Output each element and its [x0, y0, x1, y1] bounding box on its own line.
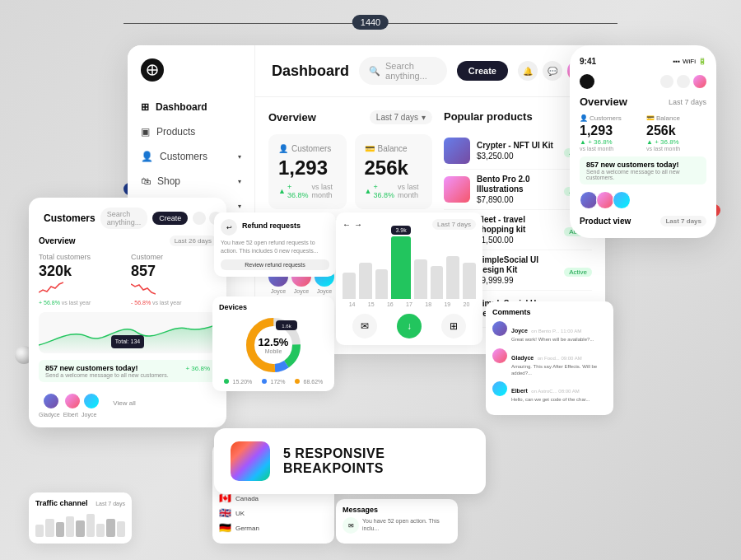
- avatar-name: Joyce: [317, 288, 332, 294]
- date-filter[interactable]: Last 7 days ▾: [370, 110, 432, 124]
- desktop-pct: 15.20%: [233, 379, 253, 385]
- mobile-banner-title: 857 new customers today!: [586, 161, 700, 169]
- overview-header: Overview Last 7 days ▾: [268, 110, 432, 124]
- avatar-name: Joyce: [271, 288, 286, 294]
- devices-card: Devices 1.6k 12.5% Mobile 15.20% 172% 68…: [212, 296, 334, 391]
- banner-title: 857 new customers today!: [45, 364, 138, 372]
- customers-create-btn[interactable]: Create: [152, 212, 188, 225]
- mobile-balance-change: ▲ + 36.8%: [646, 138, 706, 146]
- traffic-filter: Last 7 days: [96, 501, 125, 506]
- comment-text: Hello, can we get code of the char...: [511, 397, 607, 404]
- comment-item: Elbert on AstroC... 08:00 AM Hello, can …: [492, 381, 607, 404]
- chart-bars: 3.9k: [343, 233, 476, 299]
- comment-text: Great work! When will be available?...: [511, 337, 607, 343]
- avatar-group: Gladyce Elbert Joyce: [39, 392, 96, 418]
- highlight-bar: [391, 236, 410, 299]
- product-name: SimpleSocial UI Design Kit: [477, 255, 557, 275]
- gb-flag: 🇬🇧: [219, 507, 231, 519]
- donut-center: 12.5% Mobile: [245, 316, 302, 374]
- comment-text: Amazing. This say After Effects. Will be…: [511, 364, 607, 377]
- view-all-link[interactable]: View all: [113, 399, 135, 407]
- product-info: Crypter - NFT UI Kit $3,250.00: [477, 141, 557, 161]
- chart-next-btn[interactable]: →: [354, 220, 362, 229]
- products-icon: ▣: [141, 126, 150, 138]
- product-info: SimpleSocial UI Design Kit $9,999.99: [477, 255, 557, 285]
- chat-icon[interactable]: 💬: [543, 61, 562, 81]
- filter-label: Last 7 days: [376, 113, 418, 122]
- country-name: Canada: [235, 495, 324, 502]
- donut-value: 12.5%: [259, 336, 289, 348]
- sidebar-item-products[interactable]: ▣ Products: [128, 119, 254, 144]
- chart-label: 18: [425, 301, 431, 307]
- total-customers-stat: Total customers 320k + 56.8% vs last yea…: [39, 253, 124, 306]
- product-price: $9,999.99: [477, 276, 557, 285]
- comment-time: on Bento P... 11:00 AM: [531, 329, 581, 334]
- country-name: UK: [235, 510, 328, 517]
- balance-stat-icon: 💳: [365, 144, 375, 153]
- mobile-avatars: [580, 191, 706, 209]
- devices-legend: 15.20% 172% 68.62%: [219, 379, 328, 385]
- traffic-bars: [35, 512, 125, 537]
- bar-chart-card: ← → Last 7 days 3.9k 14 15 16 17 18 19 2…: [336, 212, 482, 345]
- refund-icon: ↩: [221, 219, 237, 236]
- mobile-time: 9:41: [580, 57, 596, 66]
- review-refund-button[interactable]: Review refund requests: [221, 259, 329, 270]
- arrow-up-icon: ▲: [278, 187, 286, 195]
- notification-icon[interactable]: 🔔: [518, 61, 538, 81]
- create-button[interactable]: Create: [457, 61, 508, 81]
- customers-overlay-card: Customers Search anything... Create Over…: [29, 198, 226, 427]
- mobile-customers-icon: 👤: [580, 114, 588, 122]
- banner-change: + 36.8%: [185, 365, 210, 372]
- sparkline-chart-2: [131, 280, 156, 296]
- sidebar-item-shop[interactable]: 🛍 Shop ▾: [128, 169, 254, 194]
- comment-body: Joyce on Bento P... 11:00 AM Great work!…: [511, 321, 607, 343]
- chart-filter[interactable]: Last 7 days: [432, 219, 476, 230]
- mobile-header: [580, 74, 706, 89]
- action-icon-3[interactable]: ⊞: [441, 314, 466, 338]
- chevron-down-icon: ▾: [238, 178, 241, 185]
- bar: [45, 519, 54, 537]
- refund-title: Refund requests: [242, 222, 301, 230]
- banner-subtitle: Send a welcome message to all new custom…: [45, 372, 210, 378]
- sidebar-label-products: Products: [156, 126, 195, 138]
- signal-icon: ▪▪▪: [673, 58, 680, 65]
- product-info: Bento Pro 2.0 Illustrations $7,890.00: [477, 175, 557, 204]
- mobile-chat-icon[interactable]: [677, 75, 690, 88]
- sidebar-label-customers: Customers: [160, 151, 207, 162]
- legend-mobile: 68.62%: [295, 379, 324, 385]
- country-item: 🇩🇪 German: [219, 522, 328, 534]
- search-bar[interactable]: 🔍 Search anything...: [359, 57, 447, 85]
- chart-prev-btn[interactable]: ←: [343, 220, 351, 229]
- commenter-avatar: [492, 321, 507, 336]
- notification-icon[interactable]: [193, 212, 206, 225]
- mobile-bell-icon[interactable]: [660, 75, 673, 88]
- avatar: [82, 392, 100, 410]
- traffic-header: Traffic channel Last 7 days: [35, 499, 125, 507]
- action-icon-2[interactable]: ↓: [397, 314, 422, 338]
- balance-stat-value: 256k: [365, 156, 423, 180]
- sidebar-item-customers[interactable]: 👤 Customers ▾: [128, 144, 254, 169]
- dashboard-icon: ⊞: [141, 101, 149, 113]
- mobile-dot: [295, 379, 300, 384]
- ca-flag: 🇨🇦: [219, 492, 231, 504]
- mobile-stat-label: 👤 Customers: [580, 114, 640, 122]
- product-view-filter[interactable]: Last 7 days: [660, 216, 706, 226]
- mobile-overview-header: Overview Last 7 days: [580, 96, 706, 108]
- bar: [106, 519, 114, 537]
- chevron-down-icon: ▾: [238, 203, 241, 210]
- comments-card: Comments Joyce on Bento P... 11:00 AM Gr…: [486, 301, 613, 415]
- customers-search[interactable]: Search anything...: [100, 208, 148, 229]
- chart-actions: ✉ ↓ ⊞: [343, 314, 476, 338]
- sidebar-item-dashboard[interactable]: ⊞ Dashboard: [128, 95, 254, 119]
- message-icon: ✉: [343, 517, 359, 534]
- mobile-customers-stat: 👤 Customers 1,293 ▲ + 36.8% vs last mont…: [580, 114, 640, 152]
- tablet-pct: 172%: [271, 379, 286, 385]
- legend-desktop: 15.20%: [224, 379, 253, 385]
- action-icon-1[interactable]: ✉: [352, 314, 377, 338]
- svg-text:Total: 134: Total: 134: [115, 338, 140, 344]
- comment-item: Gladyce on Food... 09:00 AM Amazing. Thi…: [492, 348, 607, 377]
- breakpoints-card: 5 RESPONSIVE BREAKPOINTS: [214, 428, 486, 494]
- mobile-filter[interactable]: Last 7 days: [669, 98, 706, 106]
- mobile-avatar[interactable]: [693, 75, 706, 88]
- customers-date-filter[interactable]: Last 26 days: [170, 236, 217, 246]
